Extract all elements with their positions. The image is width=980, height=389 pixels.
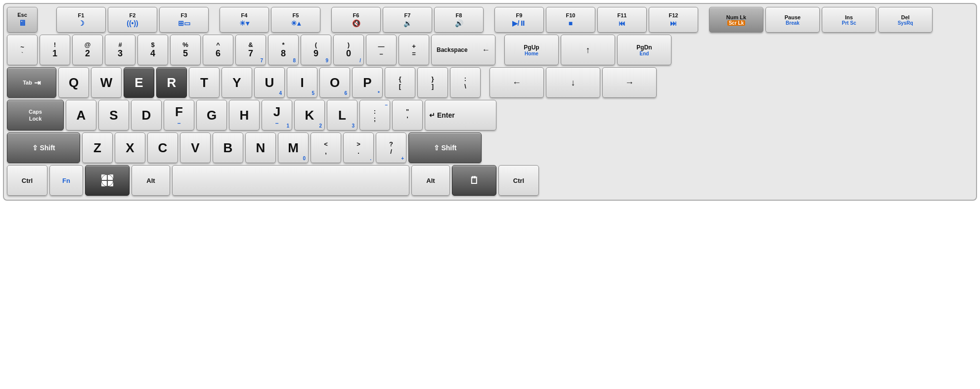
key-del[interactable]: Del SysRq bbox=[878, 7, 933, 33]
key-i[interactable]: I 5 bbox=[287, 67, 317, 98]
svg-point-4 bbox=[101, 174, 113, 186]
key-1[interactable]: ! 1 bbox=[40, 35, 70, 65]
key-v[interactable]: V bbox=[180, 132, 211, 163]
key-f2[interactable]: F2 ((•)) bbox=[108, 7, 157, 33]
key-fn[interactable]: Fn bbox=[49, 165, 83, 196]
key-backslash[interactable]: : \ bbox=[450, 67, 481, 98]
key-windows[interactable] bbox=[85, 165, 130, 196]
key-esc[interactable]: Esc 🖥 bbox=[7, 7, 38, 33]
key-up-num[interactable]: ↑ bbox=[561, 35, 615, 65]
key-f1[interactable]: F1 ☽ bbox=[56, 7, 106, 33]
key-p[interactable]: P * bbox=[352, 67, 383, 98]
key-ins[interactable]: Ins Prt Sc bbox=[822, 7, 876, 33]
key-d[interactable]: D bbox=[131, 100, 162, 130]
key-down-arrow[interactable]: ↓ bbox=[546, 67, 600, 98]
key-l[interactable]: L 3 bbox=[327, 100, 357, 130]
key-f[interactable]: F – bbox=[164, 100, 194, 130]
key-minus[interactable]: — – bbox=[366, 35, 397, 65]
key-enter[interactable]: ↵ Enter bbox=[425, 100, 496, 130]
key-quote[interactable]: " ' bbox=[392, 100, 423, 130]
key-f6[interactable]: F6 🔇 bbox=[331, 7, 381, 33]
key-0[interactable]: ) 0 / bbox=[333, 35, 364, 65]
key-f3[interactable]: F3 ⊞▭ bbox=[159, 7, 209, 33]
wifi-icon: ((•)) bbox=[127, 19, 138, 27]
key-equals[interactable]: + = bbox=[399, 35, 429, 65]
key-lalt[interactable]: Alt bbox=[132, 165, 170, 196]
key-y[interactable]: Y bbox=[222, 67, 252, 98]
key-6[interactable]: ^ 6 bbox=[203, 35, 233, 65]
bottom-row: Ctrl Fn Alt Alt 🗒 Ctrl bbox=[7, 165, 973, 196]
key-numlock[interactable]: Num Lk Scr Lk bbox=[709, 7, 763, 33]
stop-icon: ■ bbox=[569, 19, 573, 27]
next-icon: ⏭ bbox=[670, 19, 677, 27]
key-g[interactable]: G bbox=[196, 100, 227, 130]
key-e[interactable]: E bbox=[124, 67, 154, 98]
key-period[interactable]: > . . bbox=[343, 132, 374, 163]
key-menu[interactable]: 🗒 bbox=[452, 165, 496, 196]
key-a[interactable]: A bbox=[66, 100, 96, 130]
key-rbracket[interactable]: } ] bbox=[417, 67, 448, 98]
key-tab[interactable]: Tab ⇥ bbox=[7, 67, 56, 98]
key-f8[interactable]: F8 🔊 bbox=[434, 7, 484, 33]
key-pgup-num[interactable]: PgUp Home bbox=[504, 35, 559, 65]
key-t[interactable]: T bbox=[189, 67, 220, 98]
mute-icon: 🔇 bbox=[352, 19, 360, 27]
key-f4[interactable]: F4 ☀▾ bbox=[220, 7, 269, 33]
key-7[interactable]: & 7 7 bbox=[235, 35, 266, 65]
key-2[interactable]: @ 2 bbox=[72, 35, 103, 65]
key-pause[interactable]: Pause Break bbox=[765, 7, 820, 33]
key-r[interactable]: R bbox=[156, 67, 187, 98]
key-q[interactable]: Q bbox=[58, 67, 89, 98]
key-4[interactable]: $ 4 bbox=[137, 35, 168, 65]
key-backspace[interactable]: Backspace ← bbox=[431, 35, 495, 65]
key-k[interactable]: K 2 bbox=[294, 100, 325, 130]
vol-down-icon: 🔉 bbox=[403, 19, 412, 27]
keyboard: Esc 🖥 F1 ☽ F2 ((•)) F3 ⊞▭ F4 ☀▾ F5 ☀▴ F6… bbox=[3, 3, 977, 201]
key-8[interactable]: * 8 8 bbox=[268, 35, 299, 65]
key-f10[interactable]: F10 ■ bbox=[546, 7, 595, 33]
menu-icon: 🗒 bbox=[469, 175, 479, 186]
key-semicolon[interactable]: : ; – bbox=[359, 100, 390, 130]
key-ralt[interactable]: Alt bbox=[411, 165, 450, 196]
key-x[interactable]: X bbox=[115, 132, 145, 163]
key-rshift[interactable]: ⇧ Shift bbox=[408, 132, 482, 163]
key-o[interactable]: O 6 bbox=[319, 67, 350, 98]
key-b[interactable]: B bbox=[213, 132, 243, 163]
key-w[interactable]: W bbox=[91, 67, 122, 98]
zero-numpad-sub: / bbox=[359, 58, 361, 63]
key-capslock[interactable]: CapsLock bbox=[7, 100, 64, 130]
key-lctrl[interactable]: Ctrl bbox=[7, 165, 47, 196]
key-z[interactable]: Z bbox=[82, 132, 113, 163]
key-j[interactable]: J – 1 bbox=[262, 100, 292, 130]
key-3[interactable]: # 3 bbox=[105, 35, 135, 65]
key-f12[interactable]: F12 ⏭ bbox=[649, 7, 698, 33]
bright-down-icon: ☀▾ bbox=[239, 19, 249, 27]
key-s[interactable]: S bbox=[98, 100, 129, 130]
key-lbracket[interactable]: { [ bbox=[385, 67, 415, 98]
key-5[interactable]: % 5 bbox=[170, 35, 201, 65]
key-c[interactable]: C bbox=[147, 132, 178, 163]
key-9[interactable]: ( 9 9 bbox=[301, 35, 331, 65]
key-f9[interactable]: F9 ▶/⏸ bbox=[494, 7, 544, 33]
key-m[interactable]: M 0 bbox=[278, 132, 309, 163]
key-h[interactable]: H bbox=[229, 100, 260, 130]
key-space[interactable] bbox=[172, 165, 409, 196]
key-f5[interactable]: F5 ☀▴ bbox=[271, 7, 320, 33]
windows-logo-icon bbox=[100, 173, 114, 187]
key-n[interactable]: N bbox=[245, 132, 276, 163]
prev-icon: ⏮ bbox=[619, 19, 625, 27]
display-icon: ⊞▭ bbox=[178, 19, 190, 27]
qwerty-row: Tab ⇥ Q W E R T Y U 4 I 5 O 6 bbox=[7, 67, 973, 98]
key-backtick[interactable]: ~ ` bbox=[7, 35, 38, 65]
key-comma[interactable]: < , bbox=[311, 132, 341, 163]
key-lshift[interactable]: ⇧ Shift bbox=[7, 132, 80, 163]
key-pgdn-num[interactable]: PgDn End bbox=[617, 35, 671, 65]
key-right-arrow[interactable]: → bbox=[602, 67, 657, 98]
key-f11[interactable]: F11 ⏮ bbox=[597, 7, 647, 33]
key-u[interactable]: U 4 bbox=[254, 67, 285, 98]
key-rctrl[interactable]: Ctrl bbox=[498, 165, 539, 196]
play-pause-icon: ▶/⏸ bbox=[512, 19, 527, 27]
key-f7[interactable]: F7 🔉 bbox=[383, 7, 432, 33]
key-left-arrow[interactable]: ← bbox=[490, 67, 544, 98]
key-slash[interactable]: ? / + bbox=[376, 132, 406, 163]
